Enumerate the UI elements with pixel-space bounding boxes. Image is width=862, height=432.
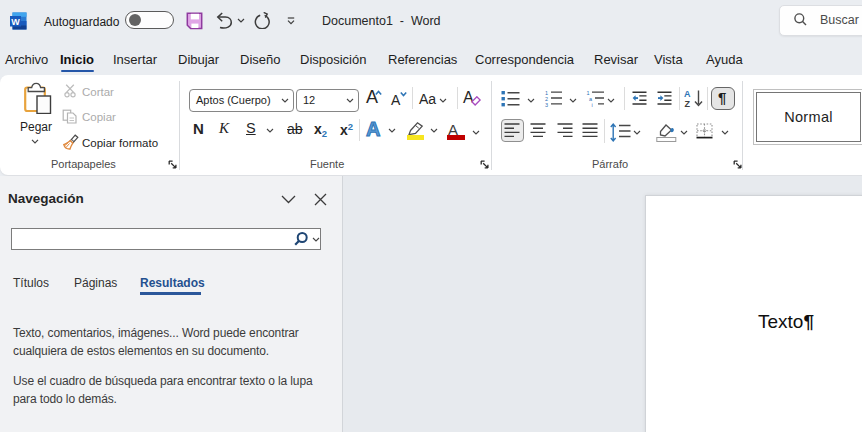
svg-text:A: A	[684, 89, 691, 99]
svg-text:3: 3	[545, 102, 548, 108]
svg-text:i: i	[592, 102, 593, 108]
svg-text:W: W	[11, 17, 20, 27]
svg-text:Z: Z	[685, 99, 691, 108]
